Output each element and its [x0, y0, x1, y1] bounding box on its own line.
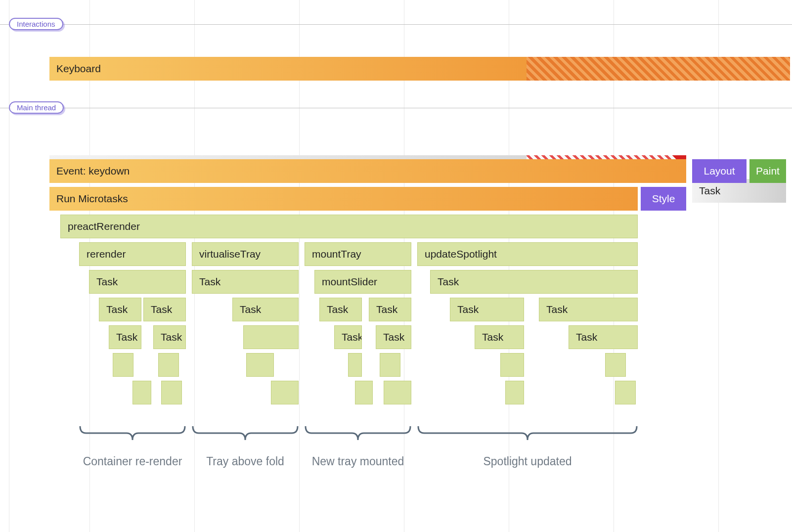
annotation-bracket [417, 425, 638, 443]
annotation-bracket [79, 425, 186, 443]
annotation-label: Spotlight updated [417, 455, 638, 468]
script-entry[interactable] [615, 381, 636, 404]
layout-entry[interactable]: Style [641, 187, 686, 211]
annotation-label: Tray above fold [192, 455, 299, 468]
script-entry[interactable]: Task [369, 298, 411, 321]
script-entry[interactable] [384, 381, 411, 404]
flame-chart: Interactions Keyboard Main thread TaskTa… [0, 0, 792, 532]
gridline [9, 0, 9, 532]
layout-entry[interactable]: Layout [692, 159, 747, 183]
script-entry[interactable]: Task [475, 325, 524, 349]
script-entry[interactable] [132, 381, 151, 404]
script-entry[interactable] [500, 353, 524, 377]
script-entry[interactable]: Task [99, 298, 141, 321]
script-entry[interactable] [380, 353, 400, 377]
script-entry[interactable]: preactRerender [60, 215, 638, 238]
script-entry[interactable]: Task [153, 325, 186, 349]
script-entry[interactable]: rerender [79, 242, 186, 266]
annotation-bracket [305, 425, 411, 443]
event-entry[interactable]: Run Microtasks [49, 187, 638, 211]
paint-entry[interactable]: Paint [749, 159, 786, 183]
script-entry[interactable]: Task [109, 325, 141, 349]
script-entry[interactable]: Task [89, 270, 186, 294]
interaction-keyboard-blocked [527, 57, 790, 81]
script-entry[interactable] [243, 325, 299, 349]
script-entry[interactable]: Task [450, 298, 524, 321]
annotation-label: New tray mounted [305, 455, 411, 468]
script-entry[interactable] [271, 381, 299, 404]
annotation-bracket [192, 425, 299, 443]
script-entry[interactable] [505, 381, 524, 404]
script-entry[interactable] [355, 381, 373, 404]
script-entry[interactable] [348, 353, 362, 377]
interaction-keyboard[interactable]: Keyboard [49, 57, 790, 81]
script-entry[interactable]: updateSpotlight [417, 242, 638, 266]
event-entry[interactable]: Event: keydown [49, 159, 686, 183]
annotation-label: Container re-render [79, 455, 186, 468]
script-entry[interactable] [158, 353, 179, 377]
script-entry[interactable]: Task [319, 298, 362, 321]
interactions-track-label: Interactions [9, 18, 63, 30]
script-entry[interactable]: Task [232, 298, 299, 321]
script-entry[interactable]: Task [192, 270, 299, 294]
script-entry[interactable]: Task [569, 325, 638, 349]
main-thread-track-label: Main thread [9, 101, 64, 114]
script-entry[interactable] [605, 353, 626, 377]
script-entry[interactable]: Task [143, 298, 186, 321]
script-entry[interactable]: mountTray [305, 242, 411, 266]
script-entry[interactable]: Task [539, 298, 638, 321]
script-entry[interactable]: Task [334, 325, 362, 349]
script-entry[interactable]: Task [430, 270, 638, 294]
script-entry[interactable]: virtualiseTray [192, 242, 299, 266]
interactions-track-rule [0, 24, 792, 25]
main-thread-track-rule [0, 108, 792, 108]
script-entry[interactable] [246, 353, 274, 377]
script-entry[interactable] [113, 353, 133, 377]
script-entry[interactable] [161, 381, 182, 404]
script-entry[interactable]: mountSlider [314, 270, 411, 294]
script-entry[interactable]: Task [376, 325, 411, 349]
